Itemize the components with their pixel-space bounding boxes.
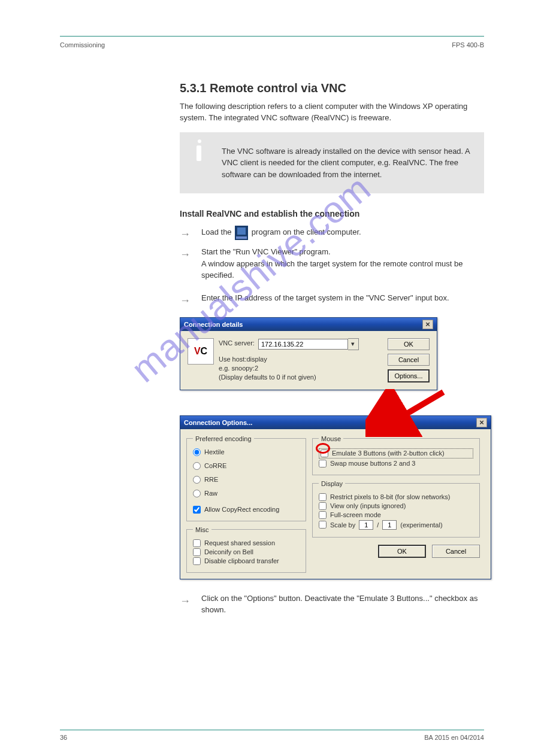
- server-label: VNC server:: [219, 339, 255, 347]
- dialog-fields: VNC server: ▾ Use host:display e.g. snoo…: [219, 338, 383, 382]
- options-button[interactable]: Options...: [388, 369, 430, 382]
- header-left: Commissioning: [60, 41, 105, 48]
- ok-button[interactable]: OK: [388, 338, 430, 350]
- connection-details-dialog: Connection details × VC VNC server: ▾ Us…: [180, 317, 437, 390]
- dialog-title: Connection Options...: [184, 419, 252, 426]
- display-group: Display Restrict pixels to 8-bit (for sl…: [312, 480, 480, 538]
- display-legend: Display: [319, 480, 345, 487]
- vnc-desktop-icon: [235, 226, 248, 240]
- info-icon: [191, 139, 201, 161]
- check-deiconify[interactable]: Deiconify on Bell: [193, 548, 300, 556]
- page-number: 36: [60, 734, 67, 741]
- check-emulate-3[interactable]: Emulate 3 Buttons (with 2-button click): [319, 448, 473, 459]
- intro-paragraph: The following description refers to a cl…: [180, 101, 484, 124]
- step-2: → Start the "Run VNC Viewer" program. A …: [180, 246, 484, 281]
- section-title: 5.3.1 Remote control via VNC: [180, 81, 484, 95]
- server-input[interactable]: [258, 339, 348, 350]
- step-3-text: Enter the IP address of the target syste…: [201, 292, 484, 304]
- encoding-group: Preferred encoding Hextile CoRRE RRE Raw…: [186, 435, 306, 521]
- sub-title: Install RealVNC and establish the connec…: [180, 209, 484, 218]
- check-shared[interactable]: Request shared session: [193, 539, 300, 547]
- dialog-titlebar: Connection details ×: [180, 318, 437, 331]
- dialog-title: Connection details: [184, 321, 243, 328]
- chevron-down-icon[interactable]: ▾: [348, 338, 359, 350]
- doc-id: BA 2015 en 04/2014: [424, 734, 484, 741]
- misc-legend: Misc: [193, 526, 211, 533]
- close-icon[interactable]: ×: [476, 418, 487, 427]
- scale-numerator-input[interactable]: [359, 520, 373, 530]
- info-text: The VNC software is already installed on…: [222, 147, 470, 179]
- page-footer: 36 BA 2015 en 04/2014: [60, 730, 484, 741]
- scale-row: Scale by / (experimental): [319, 520, 473, 530]
- info-box: The VNC software is already installed on…: [180, 132, 484, 194]
- step-1-text: Load the program on the client computer.: [201, 226, 484, 240]
- radio-rre[interactable]: RRE: [193, 476, 300, 484]
- cancel-button[interactable]: Cancel: [388, 354, 430, 366]
- close-icon[interactable]: ×: [422, 320, 433, 329]
- encoding-legend: Preferred encoding: [193, 435, 254, 442]
- step-2-text: Start the "Run VNC Viewer" program. A wi…: [201, 246, 484, 281]
- check-fullscreen[interactable]: Full-screen mode: [319, 511, 473, 519]
- step-1: → Load the program on the client compute…: [180, 226, 484, 242]
- check-view-only[interactable]: View only (inputs ignored): [319, 502, 473, 510]
- header-right: FPS 400-B: [452, 41, 484, 48]
- dialog-titlebar: Connection Options... ×: [180, 416, 491, 429]
- cancel-button[interactable]: Cancel: [432, 545, 480, 558]
- step-4-text: Click on the "Options" button. Deactivat…: [201, 593, 484, 616]
- step-4: → Click on the "Options" button. Deactiv…: [180, 593, 484, 616]
- hint-text: Use host:display e.g. snoopy:2 (Display …: [219, 355, 383, 382]
- radio-hextile[interactable]: Hextile: [193, 448, 300, 456]
- dialog-button-row: OK Cancel: [312, 545, 480, 558]
- mouse-group: Mouse Emulate 3 Buttons (with 2-button c…: [312, 435, 480, 475]
- check-swap-mouse[interactable]: Swap mouse buttons 2 and 3: [319, 460, 473, 467]
- arrow-icon: →: [180, 246, 194, 263]
- step-3: → Enter the IP address of the target sys…: [180, 292, 484, 309]
- button-column: OK Cancel Options...: [388, 338, 430, 382]
- vnc-logo-icon: VC: [188, 338, 214, 365]
- mouse-legend: Mouse: [319, 435, 343, 442]
- check-scale[interactable]: [319, 521, 327, 529]
- arrow-icon: →: [180, 292, 194, 309]
- misc-group: Misc Request shared session Deiconify on…: [186, 526, 306, 573]
- check-restrict-8bit[interactable]: Restrict pixels to 8-bit (for slow netwo…: [319, 493, 473, 501]
- arrow-icon: →: [180, 226, 194, 242]
- radio-raw[interactable]: Raw: [193, 490, 300, 497]
- top-rule: [60, 36, 484, 37]
- arrow-icon: →: [180, 593, 194, 609]
- ok-button[interactable]: OK: [378, 545, 426, 558]
- scale-denominator-input[interactable]: [382, 520, 397, 530]
- page-header: Commissioning FPS 400-B: [60, 41, 484, 48]
- check-disable-clipboard[interactable]: Disable clipboard transfer: [193, 557, 300, 565]
- connection-options-dialog: Connection Options... × Preferred encodi…: [180, 415, 491, 579]
- dialog-body: Preferred encoding Hextile CoRRE RRE Raw…: [180, 429, 491, 579]
- server-combo[interactable]: ▾: [258, 338, 359, 350]
- radio-corre[interactable]: CoRRE: [193, 462, 300, 470]
- dialog-body: VC VNC server: ▾ Use host:display e.g. s…: [180, 331, 437, 390]
- check-copyrect[interactable]: Allow CopyRect encoding: [193, 506, 300, 514]
- screenshots: Connection details × VC VNC server: ▾ Us…: [180, 317, 497, 579]
